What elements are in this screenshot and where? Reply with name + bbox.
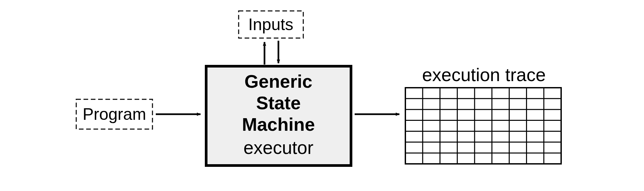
state-machine-box: Generic State Machine executor xyxy=(206,66,351,166)
machine-line2: State xyxy=(256,93,301,113)
inputs-label: Inputs xyxy=(248,15,293,34)
trace-grid-outline xyxy=(405,88,561,164)
machine-line1: Generic xyxy=(245,71,313,92)
machine-line4: executor xyxy=(244,137,314,158)
execution-trace-grid xyxy=(405,88,561,164)
state-machine-diagram: Program Inputs Generic State Machine exe… xyxy=(0,0,644,191)
program-box: Program xyxy=(76,99,152,129)
trace-label: execution trace xyxy=(422,65,546,85)
machine-line3: Machine xyxy=(242,114,315,135)
inputs-box: Inputs xyxy=(239,11,303,38)
program-label: Program xyxy=(83,105,146,123)
